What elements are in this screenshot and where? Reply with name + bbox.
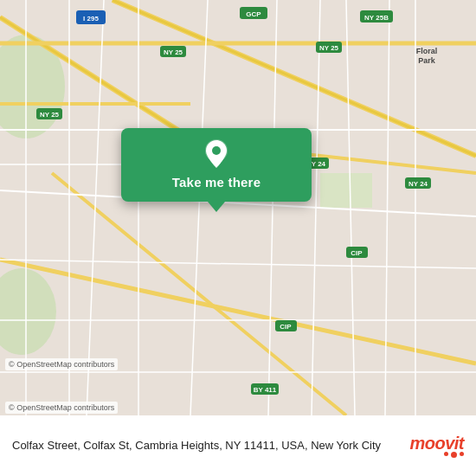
svg-text:NY 25: NY 25 — [164, 48, 183, 56]
svg-text:I 295: I 295 — [83, 15, 99, 23]
take-me-there-card[interactable]: Take me there — [121, 128, 312, 202]
svg-text:NY 25: NY 25 — [319, 44, 339, 52]
svg-text:CIP: CIP — [351, 249, 363, 257]
take-me-there-label: Take me there — [172, 175, 261, 190]
dot-3 — [460, 452, 464, 456]
dot-1 — [444, 452, 448, 456]
svg-text:CIP: CIP — [280, 323, 292, 331]
svg-text:NY 25B: NY 25B — [364, 14, 389, 22]
osm-attribution: © OpenStreetMap contributors — [5, 402, 118, 414]
moovit-dots — [444, 452, 464, 458]
svg-text:BY 411: BY 411 — [254, 386, 277, 394]
bottom-bar: Colfax Street, Colfax St, Cambria Height… — [0, 415, 476, 476]
osm-credit: © OpenStreetMap contributors — [5, 358, 118, 370]
map-container: I 295 GCP NY 25B NY 25 NY 25 NY 25 Flora… — [0, 0, 476, 415]
svg-rect-3 — [320, 173, 372, 208]
moovit-text: moovit — [409, 434, 464, 453]
moovit-logo: moovit — [409, 434, 464, 458]
svg-point-54 — [212, 146, 221, 155]
location-pin-icon — [201, 138, 232, 170]
svg-text:NY 25: NY 25 — [40, 111, 60, 119]
svg-text:NY 24: NY 24 — [408, 180, 428, 188]
svg-text:GCP: GCP — [246, 10, 261, 18]
dot-2 — [451, 452, 457, 458]
svg-text:Floral: Floral — [416, 47, 438, 55]
address-text: Colfax Street, Colfax St, Cambria Height… — [12, 438, 401, 453]
map-svg: I 295 GCP NY 25B NY 25 NY 25 NY 25 Flora… — [0, 0, 476, 415]
svg-text:Park: Park — [418, 56, 436, 65]
